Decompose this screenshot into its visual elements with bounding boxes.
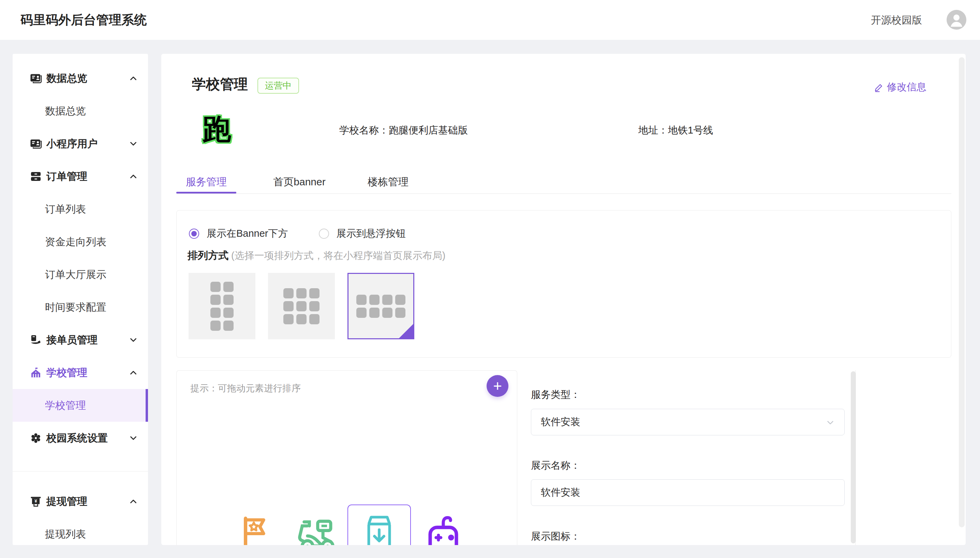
- user-card-icon: [30, 138, 42, 150]
- sidebar-item-label: 接单员管理: [46, 333, 97, 347]
- sidebar-item-label: 资金走向列表: [45, 235, 106, 249]
- arrangement-heading: 排列方式(选择一项排列方式，将在小程序端首页展示布局): [188, 249, 445, 263]
- box-download-icon: [363, 505, 395, 545]
- sidebar-item-data-overview-child[interactable]: 数据总览: [13, 95, 148, 127]
- sidebar-item-label: 校园系统设置: [46, 431, 108, 445]
- chevron-down-icon: [128, 139, 138, 149]
- service-sort-panel: 提示：可拖动元素进行排序 +: [176, 370, 517, 545]
- radio-banner-below-label[interactable]: 展示在Banner下方: [207, 227, 288, 241]
- game-controller-icon[interactable]: [425, 513, 462, 545]
- school-name-value: 跑腿便利店基础版: [389, 125, 468, 136]
- address-label: 地址：: [638, 125, 668, 136]
- sidebar-item-label: 学校管理: [46, 366, 87, 380]
- chevron-down-icon: [128, 433, 138, 443]
- service-type-value: 软件安装: [541, 415, 580, 429]
- scooter-icon[interactable]: [296, 513, 334, 545]
- svg-text:¥: ¥: [35, 498, 37, 504]
- display-settings-box: 展示在Banner下方 展示到悬浮按钮 排列方式(选择一项排列方式，将在小程序端…: [176, 210, 951, 358]
- edit-info-link[interactable]: 修改信息: [874, 80, 926, 94]
- school-name-row: 学校名称：跑腿便利店基础版: [339, 124, 468, 137]
- main-panel: 学校管理 运营中 修改信息 跑 学校名称：跑腿便利店基础版 地址：地铁1号线 服…: [161, 54, 966, 545]
- tab-bar: 服务管理 首页banner 楼栋管理: [176, 174, 413, 194]
- sidebar-item-funds-flow[interactable]: 资金走向列表: [13, 225, 148, 258]
- school-icon: [30, 366, 42, 379]
- layout-option-4x2-selected[interactable]: [348, 273, 414, 339]
- radio-banner-below[interactable]: [189, 228, 199, 239]
- courier-icon: [30, 334, 42, 346]
- sidebar-item-label: 时间要求配置: [45, 300, 106, 314]
- sidebar-item-label: 订单大厅展示: [45, 268, 106, 282]
- chevron-up-icon: [128, 171, 138, 182]
- radio-floating-button[interactable]: [319, 228, 329, 239]
- sidebar-item-label: 订单管理: [46, 170, 87, 184]
- tab-bar-border: [176, 194, 951, 194]
- user-avatar[interactable]: [947, 10, 966, 30]
- layout-option-cards: [189, 273, 414, 339]
- sidebar-item-label: 小程序用户: [46, 137, 97, 151]
- person-icon: [947, 10, 966, 30]
- app-root: 码里码外后台管理系统 开源校园版 数据总览 数据总览 小程序用户: [0, 0, 980, 558]
- sidebar: 数据总览 数据总览 小程序用户 订单管理 订单列表 资金走向列表: [13, 54, 148, 545]
- sidebar-item-school-management-child[interactable]: 学校管理: [13, 389, 148, 422]
- sidebar-item-label: 提现列表: [45, 527, 86, 541]
- edition-label: 开源校园版: [871, 0, 922, 40]
- flag-icon[interactable]: [235, 513, 272, 545]
- selected-service-card[interactable]: [348, 504, 411, 545]
- edit-info-label: 修改信息: [887, 80, 926, 94]
- sidebar-item-withdraw-management[interactable]: ¥ 提现管理: [13, 485, 148, 518]
- layout-option-2x4[interactable]: [189, 273, 255, 339]
- sidebar-item-courier-management[interactable]: 接单员管理: [13, 323, 148, 356]
- sidebar-item-miniprogram-users[interactable]: 小程序用户: [13, 127, 148, 160]
- top-header: 码里码外后台管理系统 开源校园版: [0, 0, 980, 40]
- sidebar-item-label: 订单列表: [45, 202, 86, 216]
- tab-building-management[interactable]: 楼栋管理: [362, 174, 413, 194]
- add-service-button[interactable]: +: [487, 375, 509, 397]
- sidebar-item-campus-settings[interactable]: 校园系统设置: [13, 422, 148, 455]
- chevron-up-icon: [128, 73, 138, 84]
- chevron-up-icon: [128, 368, 138, 378]
- display-icon-label: 展示图标：: [531, 530, 580, 543]
- tab-home-banner[interactable]: 首页banner: [269, 174, 329, 194]
- service-icons-row: [177, 504, 517, 545]
- display-mode-radio-group: 展示在Banner下方 展示到悬浮按钮: [189, 224, 406, 243]
- status-badge: 运营中: [257, 78, 299, 94]
- layout-option-3x3[interactable]: [268, 273, 335, 339]
- school-name-label: 学校名称：: [339, 125, 389, 136]
- sidebar-item-data-overview[interactable]: 数据总览: [13, 62, 148, 95]
- sidebar-item-label: 提现管理: [46, 495, 87, 509]
- sidebar-item-label: 数据总览: [45, 104, 86, 118]
- tab-service-management[interactable]: 服务管理: [176, 174, 236, 194]
- school-logo: 跑: [200, 112, 234, 146]
- arrangement-title: 排列方式: [188, 250, 229, 261]
- sidebar-item-label: 学校管理: [45, 399, 86, 412]
- school-address-row: 地址：地铁1号线: [638, 124, 713, 137]
- grid-preview-2x4: [211, 282, 234, 331]
- sidebar-item-label: 数据总览: [46, 72, 87, 85]
- sidebar-divider: [13, 471, 148, 471]
- sidebar-item-withdraw-list[interactable]: 提现列表: [13, 518, 148, 545]
- service-type-select[interactable]: 软件安装: [531, 409, 845, 435]
- chevron-up-icon: [128, 496, 138, 507]
- page-title: 学校管理: [192, 75, 248, 94]
- sidebar-item-order-management[interactable]: 订单管理: [13, 160, 148, 193]
- sidebar-item-time-config[interactable]: 时间要求配置: [13, 291, 148, 323]
- service-form: 服务类型： 软件安装 展示名称： 软件安装 展示图标：: [517, 370, 856, 545]
- pencil-icon: [874, 82, 884, 92]
- form-scrollbar-thumb[interactable]: [851, 371, 856, 543]
- arrangement-note: (选择一项排列方式，将在小程序端首页展示布局): [231, 250, 445, 261]
- service-type-label: 服务类型：: [531, 388, 580, 402]
- grid-preview-3x3: [283, 288, 320, 324]
- radio-floating-button-label[interactable]: 展示到悬浮按钮: [336, 227, 406, 241]
- settings-icon: [30, 432, 42, 444]
- app-title: 码里码外后台管理系统: [20, 0, 147, 40]
- sidebar-item-order-hall[interactable]: 订单大厅展示: [13, 258, 148, 291]
- main-scrollbar-thumb[interactable]: [959, 57, 965, 527]
- grid-preview-4x2: [356, 295, 405, 318]
- withdraw-icon: ¥: [30, 495, 42, 507]
- sidebar-item-school-management[interactable]: 学校管理: [13, 356, 148, 389]
- display-name-input[interactable]: 软件安装: [531, 479, 845, 506]
- display-name-label: 展示名称：: [531, 459, 580, 473]
- chevron-down-icon: [128, 335, 138, 345]
- sidebar-item-order-list[interactable]: 订单列表: [13, 193, 148, 225]
- orders-icon: [30, 170, 42, 182]
